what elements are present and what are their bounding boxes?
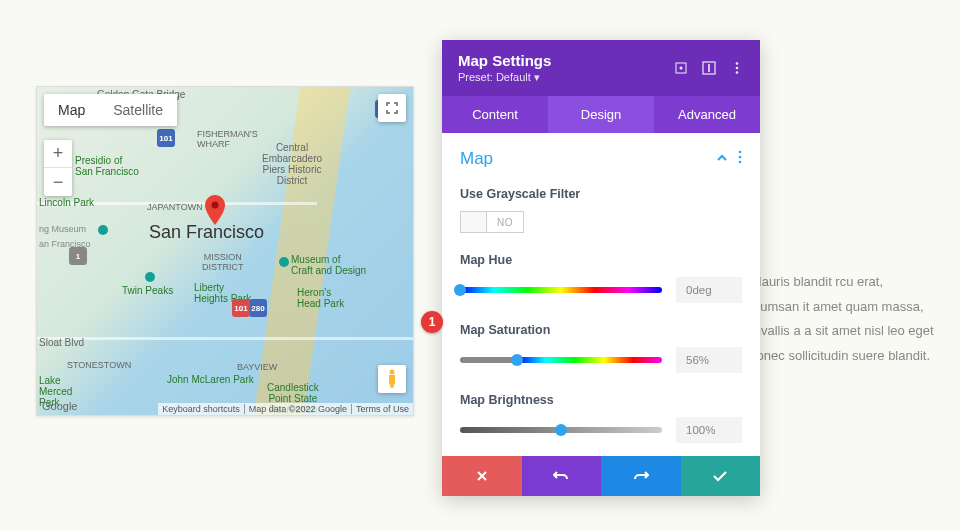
- toggle-knob: [461, 212, 487, 232]
- map-type-satellite-button[interactable]: Satellite: [99, 94, 177, 126]
- route-sign: 280: [249, 299, 267, 317]
- tab-design[interactable]: Design: [548, 96, 654, 133]
- map-label: ng Museum: [39, 224, 86, 234]
- brightness-value-input[interactable]: 100%: [676, 417, 742, 443]
- route-sign: 1: [69, 247, 87, 265]
- map-widget[interactable]: Golden Gate Bridge Presidio of San Franc…: [36, 86, 414, 416]
- poi-dot: [98, 225, 108, 235]
- redo-button[interactable]: [601, 456, 681, 496]
- map-label: JAPANTOWN: [147, 202, 203, 212]
- tab-content[interactable]: Content: [442, 96, 548, 133]
- grayscale-toggle[interactable]: NO: [460, 211, 524, 233]
- slider-thumb[interactable]: [555, 424, 567, 436]
- svg-point-8: [736, 71, 739, 74]
- svg-point-6: [736, 62, 739, 65]
- grayscale-label: Use Grayscale Filter: [460, 187, 742, 201]
- saturation-value-input[interactable]: 56%: [676, 347, 742, 373]
- saturation-slider[interactable]: [460, 357, 662, 363]
- svg-point-7: [736, 67, 739, 70]
- map-data-label: Map data ©2022 Google: [244, 404, 347, 414]
- section-collapse-icon[interactable]: [716, 150, 728, 168]
- help-icon[interactable]: [702, 61, 716, 75]
- cancel-button[interactable]: [442, 456, 522, 496]
- hue-slider[interactable]: [460, 287, 662, 293]
- map-terms-link[interactable]: Terms of Use: [351, 404, 409, 414]
- map-label: Museum of Craft and Design: [291, 254, 366, 276]
- map-label: Presidio of San Francisco: [75, 155, 139, 177]
- panel-footer: [442, 456, 760, 496]
- section-menu-icon[interactable]: [738, 150, 742, 168]
- map-pegman-button[interactable]: [378, 365, 406, 393]
- hue-label: Map Hue: [460, 253, 742, 267]
- placeholder-text: t. Mauris blandit rcu erat, accumsan it …: [740, 270, 940, 369]
- tab-advanced[interactable]: Advanced: [654, 96, 760, 133]
- map-label: MISSION DISTRICT: [202, 252, 244, 272]
- map-label: Twin Peaks: [122, 285, 173, 296]
- map-canvas[interactable]: Golden Gate Bridge Presidio of San Franc…: [37, 87, 413, 415]
- google-logo: Google: [42, 400, 77, 412]
- map-zoom-out-button[interactable]: −: [44, 168, 72, 196]
- map-city-label: San Francisco: [149, 222, 264, 243]
- map-type-control: Map Satellite: [44, 94, 177, 126]
- map-zoom-control: + −: [44, 140, 72, 196]
- map-label: BAYVIEW: [237, 362, 277, 372]
- svg-point-3: [680, 67, 683, 70]
- slider-thumb[interactable]: [511, 354, 523, 366]
- route-sign: 101: [157, 129, 175, 147]
- toggle-value: NO: [487, 217, 523, 228]
- slider-thumb[interactable]: [454, 284, 466, 296]
- map-fullscreen-button[interactable]: [378, 94, 406, 122]
- map-label: Lincoln Park: [39, 197, 94, 208]
- poi-dot: [279, 257, 289, 267]
- settings-panel: Map Settings Preset: Default ▾ Content D…: [442, 40, 760, 496]
- panel-title: Map Settings: [458, 52, 551, 69]
- svg-point-11: [739, 161, 742, 164]
- panel-body[interactable]: Map Use Grayscale Filter NO Map Hue 0deg: [442, 133, 760, 456]
- hue-value-input[interactable]: 0deg: [676, 277, 742, 303]
- undo-button[interactable]: [522, 456, 602, 496]
- map-attribution: Keyboard shortcuts Map data ©2022 Google…: [158, 403, 413, 415]
- saturation-label: Map Saturation: [460, 323, 742, 337]
- brightness-slider[interactable]: [460, 427, 662, 433]
- brightness-label: Map Brightness: [460, 393, 742, 407]
- svg-point-9: [739, 151, 742, 154]
- menu-icon[interactable]: [730, 61, 744, 75]
- svg-point-10: [739, 156, 742, 159]
- expand-icon[interactable]: [674, 61, 688, 75]
- poi-dot: [145, 272, 155, 282]
- svg-point-0: [212, 202, 219, 209]
- panel-header: Map Settings Preset: Default ▾: [442, 40, 760, 96]
- map-keyboard-shortcuts-link[interactable]: Keyboard shortcuts: [162, 404, 240, 414]
- map-type-map-button[interactable]: Map: [44, 94, 99, 126]
- map-label: Central Embarcadero Piers Historic Distr…: [262, 142, 322, 186]
- map-label: Heron's Head Park: [297, 287, 344, 309]
- route-sign: 101: [232, 299, 250, 317]
- panel-tabs: Content Design Advanced: [442, 96, 760, 133]
- map-zoom-in-button[interactable]: +: [44, 140, 72, 168]
- panel-preset-dropdown[interactable]: Preset: Default ▾: [458, 71, 551, 84]
- callout-badge: 1: [421, 311, 443, 333]
- svg-point-1: [390, 370, 395, 375]
- map-label: FISHERMAN'S WHARF: [197, 129, 258, 149]
- map-label: STONESTOWN: [67, 360, 131, 370]
- map-pin-icon: [205, 195, 225, 225]
- map-label: Sloat Blvd: [39, 337, 84, 348]
- map-label: John McLaren Park: [167, 374, 254, 385]
- section-title: Map: [460, 149, 493, 169]
- save-button[interactable]: [681, 456, 761, 496]
- svg-rect-5: [708, 64, 710, 72]
